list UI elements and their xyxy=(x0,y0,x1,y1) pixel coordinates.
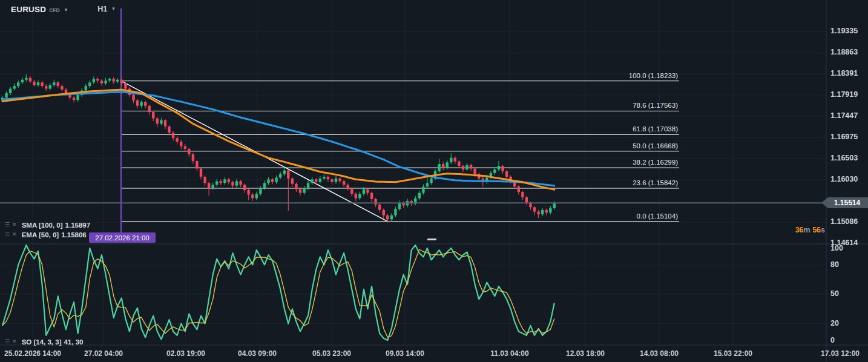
candle-body xyxy=(553,203,556,208)
symbol-label: EURUSD xyxy=(11,5,46,14)
candle-body xyxy=(518,186,520,192)
candle-body xyxy=(132,95,134,100)
indicator-close-icon[interactable]: ✕ xyxy=(12,339,17,344)
candle-body xyxy=(498,166,500,169)
candle-body xyxy=(223,179,226,183)
candle-body xyxy=(446,162,449,168)
candle-body xyxy=(29,78,31,82)
candle-body xyxy=(168,127,170,133)
candle-body xyxy=(113,79,115,81)
indicator-name: SMA [100, 0] xyxy=(22,222,63,229)
candle-body xyxy=(140,102,142,106)
candle-body xyxy=(248,190,250,194)
candle-body xyxy=(323,177,325,179)
price-tick-label: 1.19335 xyxy=(830,27,858,35)
gridlines xyxy=(0,0,826,345)
candle-body xyxy=(279,174,281,177)
price-tick-label: 1.16503 xyxy=(830,154,858,162)
candle-body xyxy=(311,179,314,183)
candle-body xyxy=(41,82,43,86)
candle-body xyxy=(470,165,472,169)
fib-level-label: 0.0 (1.15104) xyxy=(637,212,679,220)
candle-body xyxy=(299,189,301,193)
candle-body xyxy=(144,102,146,106)
stoch-tick-label: 100 xyxy=(830,244,843,252)
candle-body xyxy=(73,97,75,100)
marker-datetime-label: 27.02.2026 21:00 xyxy=(89,232,156,243)
candle-body xyxy=(390,216,393,220)
indicator-close-icon[interactable]: ✕ xyxy=(12,222,17,228)
indicator-name: SO [14, 3, 3] xyxy=(22,338,62,346)
candle-body xyxy=(545,210,548,212)
stoch-tick-label: 50 xyxy=(830,289,839,298)
candle-body xyxy=(426,183,429,186)
candle-body xyxy=(462,166,464,169)
stoch-tick-label: 20 xyxy=(830,319,839,327)
chevron-down-icon: ▾ xyxy=(112,5,115,12)
candle-body xyxy=(104,81,107,83)
indicator-legend-ema: ☰ ✕ EMA [50, 0] 1.15806 xyxy=(5,230,87,239)
candle-body xyxy=(180,142,182,146)
pane-resize-handle[interactable] xyxy=(427,239,436,240)
candle-body xyxy=(442,164,444,168)
candle-body xyxy=(386,216,389,220)
candle-body xyxy=(430,179,432,183)
indicator-settings-icon[interactable]: ☰ xyxy=(5,339,10,344)
candle-body xyxy=(295,184,297,189)
candle-body xyxy=(378,205,381,210)
candle-body xyxy=(330,179,333,182)
price-axis[interactable]: 1.193351.188631.183911.179191.174471.169… xyxy=(830,27,858,344)
price-tick-label: 1.17447 xyxy=(830,111,858,120)
candle-body xyxy=(549,208,551,212)
candle-body xyxy=(465,165,468,169)
indicator-close-icon[interactable]: ✕ xyxy=(12,232,17,237)
sma-100-line xyxy=(2,92,554,186)
timeframe-label: H1 xyxy=(97,5,107,13)
time-axis[interactable]: 25.02.2026 14:0027.02 04:0002.03 19:0004… xyxy=(4,349,860,358)
indicator-settings-icon[interactable]: ☰ xyxy=(5,232,10,237)
candle-body xyxy=(200,169,202,177)
candle-body xyxy=(303,188,305,193)
candle-body xyxy=(9,89,12,93)
fib-level-label: 23.6 (1.15842) xyxy=(633,179,678,186)
ema-50-line xyxy=(2,90,554,189)
candle-body xyxy=(422,186,424,193)
candle-body xyxy=(235,181,238,185)
candle-body xyxy=(383,210,385,216)
candle-body xyxy=(251,195,254,199)
candle-body xyxy=(5,93,7,97)
candle-body xyxy=(307,183,309,188)
symbol-selector[interactable]: EURUSD CFD ▾ xyxy=(11,5,67,14)
time-tick-label: 25.02.2026 14:00 xyxy=(4,349,61,358)
indicator-value: 1.15897 xyxy=(65,222,91,229)
candle-body xyxy=(212,185,214,188)
candle-body xyxy=(208,183,210,188)
candle-body xyxy=(438,164,440,171)
candle-body xyxy=(196,161,198,169)
candle-body xyxy=(473,169,476,174)
price-tick-label: 1.18863 xyxy=(830,48,858,56)
candle-body xyxy=(93,79,95,82)
candle-body xyxy=(275,177,277,182)
candle-body xyxy=(136,100,139,106)
candle-body xyxy=(120,80,123,84)
candle-body xyxy=(243,185,246,190)
candle-body xyxy=(188,149,190,154)
candle-body xyxy=(21,80,24,82)
candle-body xyxy=(220,181,222,183)
indicator-settings-icon[interactable]: ☰ xyxy=(5,222,10,228)
candle-body xyxy=(319,179,321,182)
candle-body xyxy=(363,189,365,194)
candle-body xyxy=(65,90,67,93)
candle-body xyxy=(231,182,234,186)
time-tick-label: 27.02 04:00 xyxy=(84,349,123,358)
chart-canvas[interactable]: 100.0 (1.18233)78.6 (1.17563)61.8 (1.170… xyxy=(0,0,868,362)
candle-body xyxy=(347,185,349,188)
candle-body xyxy=(184,146,186,149)
candle-body xyxy=(17,82,19,86)
candle-body xyxy=(85,86,87,90)
timeframe-selector[interactable]: H1 ▾ xyxy=(97,5,115,13)
candle-body xyxy=(537,212,539,214)
candle-body xyxy=(263,183,266,188)
candle-body xyxy=(287,171,289,179)
